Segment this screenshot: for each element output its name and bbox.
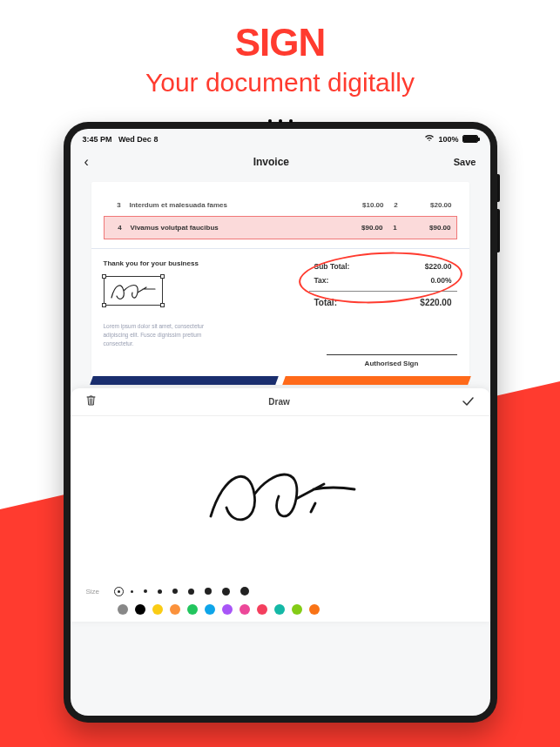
hero-title: SIGN — [0, 21, 560, 64]
trash-icon[interactable] — [86, 395, 96, 408]
signature-toolbar: Draw — [71, 388, 490, 416]
brush-size-option[interactable] — [240, 587, 249, 596]
brush-size-option[interactable] — [205, 588, 212, 595]
drawn-signature — [185, 460, 376, 538]
subtotal-label: Sub Total: — [314, 262, 350, 271]
color-swatch[interactable] — [222, 604, 233, 615]
brush-size-option[interactable] — [118, 590, 120, 593]
signature-placed[interactable] — [104, 276, 163, 306]
signature-canvas[interactable] — [71, 416, 490, 582]
cell-price: $10.00 — [341, 201, 384, 209]
cell-total: $90.00 — [408, 224, 451, 232]
invoice-document[interactable]: 3 Interdum et malesuada fames $10.00 2 $… — [91, 182, 469, 385]
divider — [309, 291, 457, 292]
thankyou-text: Thank you for your business — [104, 259, 199, 267]
total-label: Total: — [314, 298, 337, 307]
hero: SIGN Your document digitally — [0, 0, 560, 98]
cell-desc: Interdum et malesuada fames — [130, 201, 341, 209]
tax-value: 0.00% — [430, 276, 451, 285]
save-button[interactable]: Save — [454, 157, 476, 167]
footer-note: Lorem ipsum dolor sit amet, consectetur … — [104, 322, 217, 347]
divider — [91, 248, 469, 249]
status-date: Wed Dec 8 — [118, 135, 158, 144]
panel-title: Draw — [268, 397, 289, 407]
cell-desc: Vivamus volutpat faucibus — [131, 224, 340, 232]
status-time: 3:45 PM — [83, 135, 112, 144]
auth-sign-area: Authorised Sign — [104, 354, 457, 367]
hero-subtitle: Your document digitally — [0, 68, 560, 98]
total-value: $220.00 — [420, 298, 451, 307]
battery-pct: 100% — [438, 135, 458, 144]
brush-sizes — [118, 587, 249, 596]
wifi-icon — [424, 134, 435, 144]
status-left: 3:45 PM Wed Dec 8 — [83, 135, 159, 144]
totals-box: Sub Total: $220.00 Tax: 0.00% Total: $22… — [309, 259, 457, 310]
cell-total: $20.00 — [408, 201, 452, 209]
color-swatch[interactable] — [152, 604, 163, 615]
battery-icon — [462, 135, 478, 143]
page-title: Invoice — [253, 156, 289, 168]
brush-size-option[interactable] — [172, 589, 178, 594]
back-button[interactable]: ‹ — [84, 154, 89, 170]
cell-qty: 1 — [383, 224, 408, 232]
color-swatch[interactable] — [292, 604, 302, 615]
cell-num: 3 — [109, 201, 130, 209]
footer-left: Thank you for your business — [104, 259, 199, 306]
color-swatch[interactable] — [274, 604, 285, 615]
confirm-icon[interactable] — [462, 396, 474, 408]
screen: 3:45 PM Wed Dec 8 100% ‹ Invoice Save 3 … — [71, 129, 490, 716]
tablet-camera — [254, 119, 307, 124]
color-swatch[interactable] — [170, 604, 180, 615]
signature-panel: Draw Size — [71, 388, 490, 622]
tax-row: Tax: 0.00% — [309, 273, 457, 287]
color-swatch[interactable] — [257, 604, 267, 615]
brush-size-option[interactable] — [222, 588, 230, 596]
color-swatch[interactable] — [135, 604, 145, 615]
navbar: ‹ Invoice Save — [71, 145, 490, 177]
subtotal-value: $220.00 — [425, 262, 452, 271]
tablet-frame: 3:45 PM Wed Dec 8 100% ‹ Invoice Save 3 … — [64, 122, 497, 723]
color-swatch[interactable] — [187, 604, 198, 615]
signature-icon — [105, 277, 164, 306]
cell-price: $90.00 — [340, 224, 383, 232]
color-palette — [71, 601, 490, 622]
subtotal-row: Sub Total: $220.00 — [309, 259, 457, 273]
auth-sign-label: Authorised Sign — [327, 354, 457, 367]
cell-qty: 2 — [384, 201, 408, 209]
brush-size-option[interactable] — [144, 589, 147, 593]
brush-size-option[interactable] — [158, 589, 162, 594]
tablet-button — [497, 174, 500, 202]
size-label: Size — [86, 588, 109, 596]
status-bar: 3:45 PM Wed Dec 8 100% — [71, 129, 490, 145]
brush-size-option[interactable] — [131, 590, 133, 593]
tablet-button — [497, 209, 500, 252]
decorative-bars — [90, 376, 471, 385]
invoice-footer: Thank you for your business Sub Total: $… — [104, 259, 457, 310]
tax-label: Tax: — [314, 276, 329, 285]
color-swatch[interactable] — [309, 604, 320, 615]
color-swatch[interactable] — [205, 604, 215, 615]
status-right: 100% — [424, 134, 477, 144]
table-row-highlighted: 4 Vivamus volutpat faucibus $90.00 1 $90… — [104, 216, 457, 239]
color-swatch[interactable] — [118, 604, 128, 615]
total-row: Total: $220.00 — [309, 295, 457, 310]
brush-size-option[interactable] — [188, 589, 194, 595]
cell-num: 4 — [110, 224, 131, 232]
color-swatch[interactable] — [240, 604, 250, 615]
brush-size-row: Size — [71, 582, 490, 601]
table-row: 3 Interdum et malesuada fames $10.00 2 $… — [104, 194, 457, 216]
